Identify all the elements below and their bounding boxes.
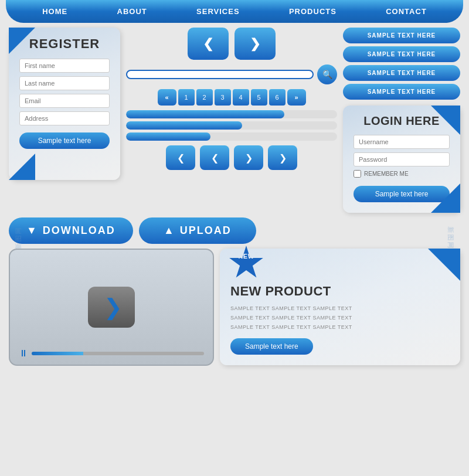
corner-fold-bl <box>9 154 35 180</box>
remember-label: REMEMBER ME <box>364 171 409 177</box>
page-6[interactable]: 6 <box>269 89 286 106</box>
corner-fold-tr2 <box>428 249 460 281</box>
next-button[interactable]: ❯ <box>235 28 276 60</box>
progress-bar-1-fill <box>126 110 284 118</box>
video-progress-bar[interactable] <box>32 352 204 355</box>
progress-bar-3-fill <box>126 132 210 141</box>
nav-services[interactable]: SERVICES <box>196 7 240 16</box>
remember-row: REMEMBER ME <box>354 170 450 178</box>
search-button[interactable]: 🔍 <box>317 64 337 84</box>
center-ui: ❮ ❯ 🔍 « 1 2 3 4 5 6 » <box>126 28 337 170</box>
pagination-next[interactable]: » <box>287 89 306 106</box>
pagination-prev[interactable]: « <box>158 89 176 106</box>
main-content: REGISTER Sample text here ❮ ❯ 🔍 <box>0 23 469 370</box>
text-btn-2[interactable]: SAMPLE TEXT HERE <box>343 46 460 62</box>
arrow-btns-row: ❮ ❮ ❯ ❯ <box>126 145 337 170</box>
pagination-row: « 1 2 3 4 5 6 » <box>126 89 337 106</box>
new-product-line-1: SAMPLE TEXT SAMPLE TEXT SAMPLE TEXT <box>230 304 450 313</box>
prev-button[interactable]: ❮ <box>188 28 229 60</box>
password-input[interactable] <box>354 152 450 166</box>
video-controls: ⏸ <box>19 348 204 359</box>
download-icon: ▼ <box>26 225 38 237</box>
new-product-line-2: SAMPLE TEXT SAMPLE TEXT SAMPLE TEXT <box>230 313 450 322</box>
arrow-right-1[interactable]: ❯ <box>234 145 263 170</box>
video-player: ❯ ⏸ <box>9 249 214 366</box>
new-badge-text: NEW <box>229 253 264 260</box>
username-input[interactable] <box>354 135 450 149</box>
arrow-left-2[interactable]: ❮ <box>200 145 229 170</box>
nav-home[interactable]: HOME <box>42 7 67 16</box>
prev-next-row: ❮ ❯ <box>126 28 337 60</box>
progress-section <box>126 110 337 141</box>
new-product-panel: NEW NEW PRODUCT SAMPLE TEXT SAMPLE TEXT … <box>220 249 460 365</box>
corner-fold-tl <box>9 28 35 54</box>
upload-button[interactable]: ▲ UPLOAD <box>139 217 256 244</box>
search-icon: 🔍 <box>322 70 332 79</box>
page-4[interactable]: 4 <box>233 89 249 106</box>
new-product-line-3: SAMPLE TEXT SAMPLE TEXT SAMPLE TEXT <box>230 322 450 332</box>
corner-fold-tr <box>431 106 460 135</box>
new-product-title: NEW PRODUCT <box>230 284 450 299</box>
arrow-right-2[interactable]: ❯ <box>268 145 297 170</box>
arrow-left-1[interactable]: ❮ <box>166 145 195 170</box>
text-btn-1[interactable]: SAMPLE TEXT HERE <box>343 28 460 43</box>
address-input[interactable] <box>19 111 110 125</box>
nav-about[interactable]: ABOUT <box>117 7 147 16</box>
text-btn-3[interactable]: SAMPLE TEXT HERE <box>343 65 460 81</box>
download-label: DOWNLOAD <box>43 225 115 237</box>
play-button-area[interactable]: ❯ <box>88 287 135 328</box>
last-name-input[interactable] <box>19 76 110 90</box>
corner-fold-br <box>431 183 460 213</box>
row-2: ▼ DOWNLOAD ▲ UPLOAD <box>9 217 460 244</box>
first-name-input[interactable] <box>19 59 110 73</box>
register-button[interactable]: Sample text here <box>19 132 110 149</box>
play-icon: ❯ <box>104 294 123 320</box>
login-panel: LOGIN HERE REMEMBER ME Sample text here <box>343 106 460 213</box>
pause-button[interactable]: ⏸ <box>19 348 28 359</box>
right-text-buttons: SAMPLE TEXT HERE SAMPLE TEXT HERE SAMPLE… <box>343 28 460 213</box>
watermark-right: 新图网 <box>446 227 455 250</box>
row-3: ❯ ⏸ NEW NEW PRODUCT SAMPLE TEXT SAMPLE T… <box>9 249 460 366</box>
watermark-left: 新图网 <box>14 227 23 250</box>
page-1[interactable]: 1 <box>178 89 195 106</box>
email-input[interactable] <box>19 94 110 108</box>
new-badge: NEW <box>229 246 264 281</box>
page-5[interactable]: 5 <box>251 89 267 106</box>
navbar: HOME ABOUT SERVICES PRODUCTS CONTACT <box>6 0 463 23</box>
search-row: 🔍 <box>126 64 337 84</box>
upload-icon: ▲ <box>164 225 175 237</box>
download-button[interactable]: ▼ DOWNLOAD <box>9 217 133 244</box>
page-3[interactable]: 3 <box>215 89 231 106</box>
new-product-button[interactable]: Sample text here <box>230 338 313 355</box>
remember-checkbox[interactable] <box>354 170 361 178</box>
register-panel: REGISTER Sample text here <box>9 28 120 180</box>
nav-contact[interactable]: CONTACT <box>386 7 427 16</box>
row-1: REGISTER Sample text here ❮ ❯ 🔍 <box>9 28 460 213</box>
nav-products[interactable]: PRODUCTS <box>289 7 337 16</box>
search-input[interactable] <box>126 70 314 79</box>
page-2[interactable]: 2 <box>196 89 213 106</box>
upload-label: UPLOAD <box>180 225 232 237</box>
text-btn-4[interactable]: SAMPLE TEXT HERE <box>343 84 460 100</box>
progress-bar-3 <box>126 132 337 141</box>
progress-bar-2 <box>126 121 337 130</box>
new-product-description: SAMPLE TEXT SAMPLE TEXT SAMPLE TEXT SAMP… <box>230 304 450 332</box>
video-progress-fill <box>32 352 83 355</box>
progress-bar-1 <box>126 110 337 118</box>
progress-bar-2-fill <box>126 121 242 130</box>
